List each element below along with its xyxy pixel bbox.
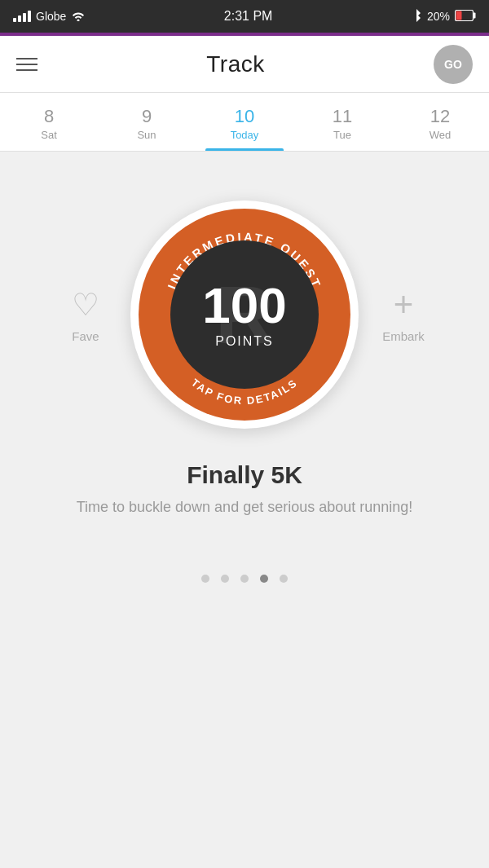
svg-rect-2 xyxy=(456,11,461,20)
fave-label: Fave xyxy=(72,329,99,343)
status-bar: Globe 2:31 PM 20% xyxy=(0,0,489,33)
battery-percent: 20% xyxy=(427,10,450,23)
pagination-dot-5[interactable] xyxy=(280,575,288,583)
quest-description: Time to buckle down and get serious abou… xyxy=(77,497,413,518)
signal-bars xyxy=(13,11,31,22)
quest-info: Finally 5K Time to buckle down and get s… xyxy=(44,445,446,526)
pagination-dot-1[interactable] xyxy=(201,575,209,583)
day-12[interactable]: 12 Wed xyxy=(391,93,489,151)
day-10-today[interactable]: 10 Today xyxy=(196,93,293,151)
go-button[interactable]: GO xyxy=(434,45,473,84)
page-title: Track xyxy=(206,51,264,77)
svg-rect-1 xyxy=(473,12,475,18)
menu-button[interactable] xyxy=(16,58,37,71)
pagination xyxy=(201,575,288,583)
pagination-dot-4[interactable] xyxy=(260,575,268,583)
day-9[interactable]: 9 Sun xyxy=(98,93,196,151)
day-selector: 8 Sat 9 Sun 10 Today 11 Tue 12 Wed xyxy=(0,93,489,152)
fave-action[interactable]: ♡ Fave xyxy=(57,287,114,343)
time-display: 2:31 PM xyxy=(224,9,273,24)
heart-icon: ♡ xyxy=(72,287,99,323)
status-left: Globe xyxy=(13,10,86,24)
quest-area: ♡ Fave INTERMEDIATE QUEST TAP FOR DETAIL… xyxy=(0,184,489,445)
wifi-icon xyxy=(71,10,86,24)
bluetooth-icon xyxy=(411,8,422,25)
plus-icon xyxy=(385,287,421,323)
day-8[interactable]: 8 Sat xyxy=(0,93,98,151)
quest-name: Finally 5K xyxy=(77,461,413,489)
quest-badge[interactable]: INTERMEDIATE QUEST TAP FOR DETAILS R 100… xyxy=(130,200,359,429)
main-content: ♡ Fave INTERMEDIATE QUEST TAP FOR DETAIL… xyxy=(0,152,489,599)
day-11[interactable]: 11 Tue xyxy=(293,93,391,151)
badge-inner-circle: R 100 POINTS xyxy=(170,240,319,389)
watermark-r: R xyxy=(215,268,274,362)
status-right: 20% xyxy=(411,8,476,25)
pagination-dot-2[interactable] xyxy=(221,575,229,583)
pagination-dot-3[interactable] xyxy=(240,575,249,583)
badge-outer-ring: INTERMEDIATE QUEST TAP FOR DETAILS R 100… xyxy=(139,209,350,421)
embark-label: Embark xyxy=(382,329,425,343)
carrier-name: Globe xyxy=(36,10,66,23)
battery-icon xyxy=(455,10,476,24)
header: Track GO xyxy=(0,36,489,93)
embark-action[interactable]: Embark xyxy=(375,287,432,343)
